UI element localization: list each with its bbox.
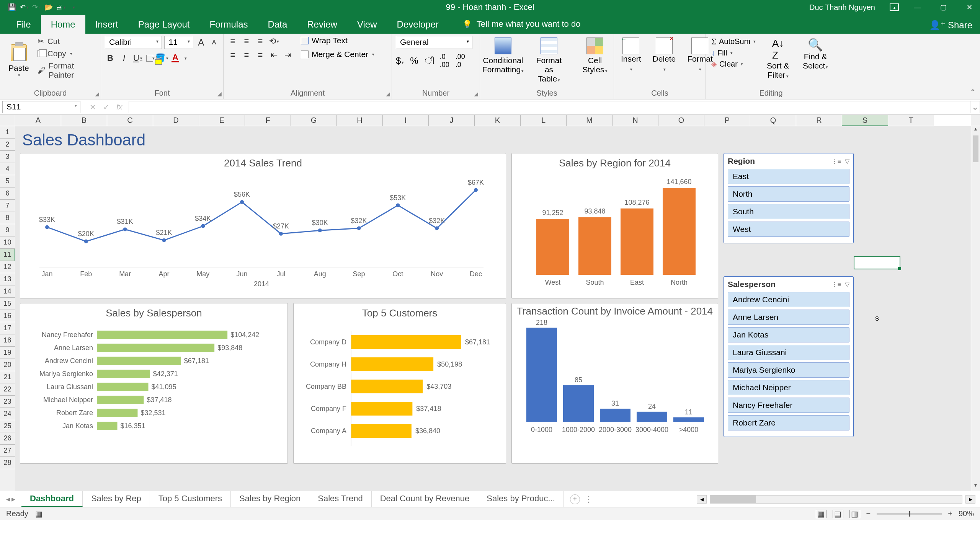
row-header-2[interactable]: 2 (0, 139, 15, 151)
slicer-item[interactable]: Nancy Freehafer (728, 398, 849, 413)
slicer-item[interactable]: Anne Larsen (728, 310, 849, 325)
multiselect-icon[interactable]: ⋮≡ (831, 281, 841, 288)
expand-formula-bar-icon[interactable]: ⌄ (970, 101, 980, 113)
tab-page-layout[interactable]: Page Layout (128, 15, 200, 34)
number-format-select[interactable]: General (396, 36, 472, 49)
chart-top-5-customers[interactable]: Top 5 Customers Company D$67,181Company … (293, 303, 506, 464)
font-name-select[interactable]: Calibri (105, 36, 162, 49)
tab-file[interactable]: File (6, 15, 41, 34)
row-header-6[interactable]: 6 (0, 187, 15, 200)
tab-insert[interactable]: Insert (85, 15, 128, 34)
align-top-icon[interactable]: ≡ (227, 36, 238, 47)
tab-review[interactable]: Review (297, 15, 347, 34)
comma-button[interactable]: ി (425, 55, 434, 66)
page-break-view-icon[interactable]: ▥ (849, 510, 860, 518)
row-header-12[interactable]: 12 (0, 261, 15, 273)
dialog-launcher-icon[interactable]: ◢ (386, 91, 390, 97)
sheet-tab[interactable]: Top 5 Customers (150, 491, 231, 507)
tab-view[interactable]: View (347, 15, 387, 34)
increase-indent-icon[interactable]: ⇥ (283, 50, 293, 60)
bold-button[interactable]: B (105, 53, 116, 64)
row-header-19[interactable]: 19 (0, 347, 15, 359)
row-header-3[interactable]: 3 (0, 151, 15, 163)
col-header-N[interactable]: N (612, 115, 658, 126)
row-header-16[interactable]: 16 (0, 310, 15, 322)
slicer-item[interactable]: Jan Kotas (728, 327, 849, 342)
col-header-O[interactable]: O (658, 115, 704, 126)
dialog-launcher-icon[interactable]: ◢ (474, 91, 478, 97)
align-center-icon[interactable]: ≡ (241, 50, 252, 60)
zoom-level[interactable]: 90% (959, 509, 974, 518)
accounting-button[interactable]: $▾ (396, 55, 404, 66)
horizontal-scrollbar[interactable]: ◀▶ (697, 495, 975, 504)
percent-button[interactable]: % (410, 55, 418, 66)
row-header-20[interactable]: 20 (0, 359, 15, 371)
decrease-font-icon[interactable]: A (209, 37, 219, 48)
col-header-D[interactable]: D (153, 115, 199, 126)
vertical-scrollbar[interactable]: ▲ ▼ (971, 126, 980, 491)
col-header-R[interactable]: R (796, 115, 842, 126)
col-header-H[interactable]: H (337, 115, 383, 126)
clear-button[interactable]: ◈Clear▾ (710, 59, 757, 69)
col-header-B[interactable]: B (61, 115, 107, 126)
col-header-Q[interactable]: Q (750, 115, 796, 126)
decrease-decimal-icon[interactable]: .00.0 (456, 53, 465, 69)
align-middle-icon[interactable]: ≡ (241, 36, 252, 47)
tab-home[interactable]: Home (41, 15, 85, 34)
zoom-slider[interactable] (877, 513, 942, 515)
row-header-27[interactable]: 27 (0, 445, 15, 457)
orientation-icon[interactable]: ⟲▾ (269, 36, 279, 47)
slicer-item[interactable]: Andrew Cencini (728, 292, 849, 307)
sheet-tab[interactable]: Sales by Rep (83, 491, 150, 507)
close-icon[interactable]: ✕ (962, 2, 977, 13)
sheet-tab[interactable]: Deal Count by Revenue (372, 491, 479, 507)
redo-icon[interactable]: ↷▾ (32, 3, 41, 11)
col-header-J[interactable]: J (429, 115, 475, 126)
selected-cell[interactable] (854, 256, 900, 269)
row-header-8[interactable]: 8 (0, 212, 15, 224)
tell-me-search[interactable]: 💡 Tell me what you want to do (456, 16, 586, 32)
find-select-button[interactable]: 🔍 Find & Select▾ (799, 36, 832, 82)
autosum-button[interactable]: ΣAutoSum▾ (710, 36, 757, 47)
sheet-tab[interactable]: Dashboard (21, 491, 83, 507)
tab-nav-buttons[interactable]: ◀▶ (6, 496, 15, 502)
col-header-I[interactable]: I (383, 115, 429, 126)
row-header-26[interactable]: 26 (0, 432, 15, 445)
slicer-item[interactable]: East (728, 169, 849, 184)
multiselect-icon[interactable]: ⋮≡ (831, 158, 841, 165)
zoom-in-button[interactable]: + (948, 509, 952, 518)
col-header-M[interactable]: M (567, 115, 612, 126)
delete-cells-button[interactable]: ✕ Delete▾ (650, 36, 679, 75)
col-header-F[interactable]: F (245, 115, 291, 126)
row-header-14[interactable]: 14 (0, 285, 15, 298)
cut-button[interactable]: ✂Cut (36, 36, 97, 47)
minimize-icon[interactable]: — (910, 2, 925, 13)
paste-button[interactable]: Paste ▾ (4, 36, 34, 86)
align-right-icon[interactable]: ≡ (255, 50, 266, 60)
fx-icon[interactable]: fx (116, 103, 122, 112)
maximize-icon[interactable]: ▢ (936, 2, 951, 13)
row-header-21[interactable]: 21 (0, 371, 15, 383)
slicer-item[interactable]: Robert Zare (728, 415, 849, 430)
fill-handle[interactable] (898, 267, 901, 270)
page-layout-view-icon[interactable]: ▤ (833, 510, 843, 518)
sort-filter-button[interactable]: A↓Z Sort & Filter▾ (763, 36, 793, 82)
insert-cells-button[interactable]: ← Insert▾ (618, 36, 644, 75)
col-header-K[interactable]: K (475, 115, 521, 126)
cancel-formula-icon[interactable]: ✕ (90, 103, 96, 112)
align-bottom-icon[interactable]: ≡ (255, 36, 266, 47)
zoom-out-button[interactable]: − (866, 509, 871, 518)
align-left-icon[interactable]: ≡ (227, 50, 238, 60)
col-header-T[interactable]: T (888, 115, 934, 126)
chart-sales-by-salesperson[interactable]: Sales by Salesperson Nancy Freehafer$104… (20, 303, 288, 464)
row-header-28[interactable]: 28 (0, 457, 15, 469)
fill-color-button[interactable]: 🪣▾ (156, 53, 167, 64)
slicer-item[interactable]: West (728, 222, 849, 237)
slicer-item[interactable]: Michael Neipper (728, 380, 849, 395)
row-header-7[interactable]: 7 (0, 200, 15, 212)
clear-filter-icon[interactable]: ▽ (845, 281, 849, 288)
share-button[interactable]: 👤⁺ Share (929, 20, 972, 34)
col-header-S[interactable]: S (842, 115, 888, 126)
sheet-tab[interactable]: Sales by Region (231, 491, 309, 507)
row-header-24[interactable]: 24 (0, 408, 15, 420)
